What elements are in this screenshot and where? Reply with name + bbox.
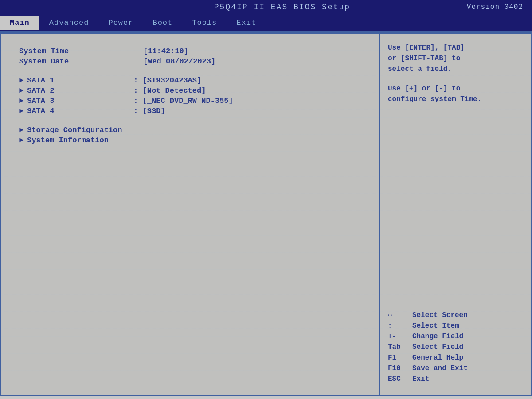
help-divider bbox=[388, 105, 523, 311]
system-time-value: [11:42:10] bbox=[143, 47, 188, 55]
bios-screen: P5Q4IP II EAS BIOS Setup Version 0402 Ma… bbox=[0, 0, 532, 399]
sata2-value: : [Not Detected] bbox=[133, 86, 206, 95]
system-time-label: System Time bbox=[19, 47, 143, 55]
menu-item-boot[interactable]: Boot bbox=[143, 16, 182, 30]
key-plus-minus: +- bbox=[388, 332, 412, 340]
sata3-arrow: ► bbox=[19, 97, 23, 105]
sata3-label: SATA 3 bbox=[27, 97, 133, 105]
system-info-label: System Information bbox=[27, 136, 151, 145]
key-arrows-lr: ↔ bbox=[388, 311, 412, 319]
help-line-4: Use [+] or [-] to bbox=[388, 83, 523, 94]
gap-2 bbox=[19, 117, 365, 126]
key-change-field: +- Change Field bbox=[388, 332, 523, 340]
sata4-arrow: ► bbox=[19, 107, 23, 115]
sata4-label: SATA 4 bbox=[27, 107, 133, 115]
key-select-item-desc: Select Item bbox=[412, 322, 459, 330]
system-date-row[interactable]: System Date [Wed 08/02/2023] bbox=[19, 57, 365, 66]
key-save-exit-desc: Save and Exit bbox=[412, 364, 468, 372]
sata4-row[interactable]: ► SATA 4 : [SSD] bbox=[19, 107, 365, 115]
key-change-field-desc: Change Field bbox=[412, 332, 463, 340]
key-f10: F10 bbox=[388, 364, 412, 372]
key-arrows-ud: ↕ bbox=[388, 322, 412, 330]
menu-bar: Main Advanced Power Boot Tools Exit bbox=[0, 14, 532, 32]
storage-config-arrow: ► bbox=[19, 126, 23, 134]
help-text-block: Use [ENTER], [TAB] or [SHIFT-TAB] to sel… bbox=[388, 43, 523, 105]
help-line-5: configure system Time. bbox=[388, 94, 523, 105]
sata1-arrow: ► bbox=[19, 76, 23, 85]
storage-config-label: Storage Configuration bbox=[27, 126, 151, 134]
key-f1: F1 bbox=[388, 354, 412, 362]
sata3-value: : [_NEC DVD_RW ND-355] bbox=[133, 97, 233, 105]
bios-title: P5Q4IP II EAS BIOS Setup bbox=[98, 3, 467, 12]
key-general-help: F1 General Help bbox=[388, 354, 523, 362]
menu-item-main[interactable]: Main bbox=[0, 16, 39, 30]
key-esc: ESC bbox=[388, 375, 412, 383]
gap-1 bbox=[19, 67, 365, 76]
menu-item-power[interactable]: Power bbox=[98, 16, 143, 30]
key-select-item: ↕ Select Item bbox=[388, 322, 523, 330]
key-map: ↔ Select Screen ↕ Select Item +- Change … bbox=[388, 311, 523, 386]
sata1-row[interactable]: ► SATA 1 : [ST9320423AS] bbox=[19, 76, 365, 85]
key-exit: ESC Exit bbox=[388, 375, 523, 383]
key-select-screen: ↔ Select Screen bbox=[388, 311, 523, 319]
bios-version: Version 0402 bbox=[467, 3, 523, 11]
key-select-field-desc: Select Field bbox=[412, 343, 463, 351]
menu-item-exit[interactable]: Exit bbox=[227, 16, 266, 30]
right-panel: Use [ENTER], [TAB] or [SHIFT-TAB] to sel… bbox=[380, 34, 531, 395]
sata2-arrow: ► bbox=[19, 86, 23, 95]
key-select-field: Tab Select Field bbox=[388, 343, 523, 351]
key-exit-desc: Exit bbox=[412, 375, 429, 383]
sata1-label: SATA 1 bbox=[27, 76, 133, 85]
main-content: System Time [11:42:10] System Date [Wed … bbox=[0, 32, 532, 396]
key-select-screen-desc: Select Screen bbox=[412, 311, 468, 319]
system-info-arrow: ► bbox=[19, 136, 23, 145]
menu-item-advanced[interactable]: Advanced bbox=[39, 16, 99, 30]
key-save-exit: F10 Save and Exit bbox=[388, 364, 523, 372]
sata1-value: : [ST9320423AS] bbox=[133, 76, 201, 85]
key-tab: Tab bbox=[388, 343, 412, 351]
system-time-row[interactable]: System Time [11:42:10] bbox=[19, 47, 365, 55]
sata3-row[interactable]: ► SATA 3 : [_NEC DVD_RW ND-355] bbox=[19, 97, 365, 105]
sata2-row[interactable]: ► SATA 2 : [Not Detected] bbox=[19, 86, 365, 95]
help-line-1: Use [ENTER], [TAB] bbox=[388, 43, 523, 53]
system-info-row[interactable]: ► System Information bbox=[19, 136, 365, 145]
key-general-help-desc: General Help bbox=[412, 354, 463, 362]
left-panel: System Time [11:42:10] System Date [Wed … bbox=[1, 34, 380, 395]
system-date-label: System Date bbox=[19, 57, 143, 66]
title-bar: P5Q4IP II EAS BIOS Setup Version 0402 bbox=[0, 0, 532, 14]
system-date-value: [Wed 08/02/2023] bbox=[143, 57, 215, 66]
menu-item-tools[interactable]: Tools bbox=[182, 16, 227, 30]
sata4-value: : [SSD] bbox=[133, 107, 165, 115]
storage-config-row[interactable]: ► Storage Configuration bbox=[19, 126, 365, 134]
help-line-2: or [SHIFT-TAB] to bbox=[388, 53, 523, 64]
sata2-label: SATA 2 bbox=[27, 86, 133, 95]
help-line-3: select a field. bbox=[388, 64, 523, 74]
